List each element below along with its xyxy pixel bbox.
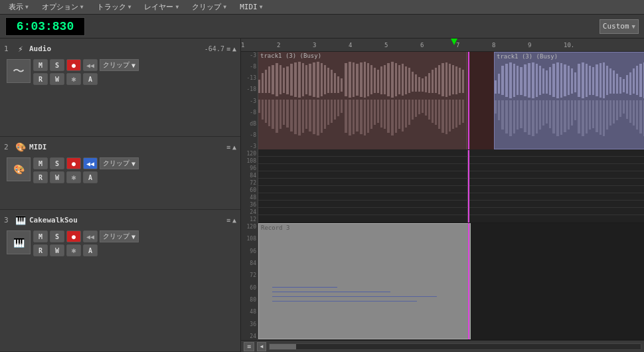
track-3-w-btn[interactable]: W	[50, 244, 64, 256]
svg-rect-146	[596, 64, 598, 96]
menu-layer[interactable]: レイヤー ▼	[138, 0, 185, 14]
piano-icon: 🎹	[13, 237, 25, 248]
track-3-a-btn[interactable]: A	[83, 244, 98, 256]
svg-rect-186	[574, 100, 576, 120]
record-clip[interactable]: Record 3	[258, 223, 471, 339]
svg-rect-15	[313, 62, 315, 97]
svg-rect-195	[606, 100, 608, 130]
track-2-speaker-btn[interactable]: ◀◀	[83, 157, 98, 169]
svg-rect-187	[578, 100, 580, 133]
svg-rect-44	[415, 74, 417, 92]
svg-rect-159	[639, 64, 642, 97]
track-1-solo-btn[interactable]: S	[50, 59, 64, 71]
svg-rect-201	[626, 100, 628, 119]
waveform-icon: 〜	[13, 63, 25, 79]
track-1-body: 〜 M S ● ◀◀ クリップ ▼ R W	[4, 58, 236, 86]
ruler-mark-10: 10.	[564, 42, 574, 48]
track-3-r-btn[interactable]: R	[33, 244, 48, 256]
menu-clip[interactable]: クリップ ▼	[186, 0, 232, 14]
svg-rect-156	[629, 72, 631, 95]
waveform-1	[258, 60, 467, 139]
svg-rect-182	[560, 100, 562, 135]
svg-rect-134	[552, 64, 555, 97]
svg-rect-18	[324, 65, 326, 94]
svg-rect-168	[509, 100, 512, 136]
track-3-clip-dropdown[interactable]: クリップ ▼	[100, 230, 139, 242]
track-2-w-btn[interactable]: W	[50, 171, 64, 183]
svg-rect-76	[321, 100, 323, 133]
svg-rect-72	[305, 100, 307, 129]
track-2-up-icon[interactable]: ▲	[232, 143, 236, 151]
svg-rect-53	[445, 62, 447, 97]
svg-rect-177	[542, 100, 544, 126]
menu-options[interactable]: オプション ▼	[36, 0, 90, 14]
track-1-speaker-btn[interactable]: ◀◀	[83, 59, 98, 71]
track-1-a-btn[interactable]: A	[83, 73, 98, 85]
svg-rect-189	[586, 100, 588, 133]
svg-rect-55	[452, 65, 454, 94]
svg-rect-192	[596, 100, 598, 132]
track-2-solo-btn[interactable]: S	[50, 157, 64, 169]
track-2-name: MIDI	[29, 143, 47, 151]
audio-clip-1[interactable]: track1 (3) (Busy)	[258, 52, 467, 149]
svg-rect-99	[402, 100, 404, 132]
svg-rect-89	[367, 100, 369, 133]
menu-track[interactable]: トラック ▼	[91, 0, 137, 14]
svg-rect-94	[384, 100, 386, 129]
svg-rect-27	[356, 64, 359, 96]
track-1-up-icon[interactable]: ▲	[232, 45, 236, 52]
audio-clip-2[interactable]: track1 (3) (Busy)	[494, 52, 644, 149]
svg-rect-30	[367, 63, 369, 96]
svg-rect-49	[432, 70, 434, 93]
svg-rect-86	[356, 100, 359, 132]
track-3-row1: M S ● ◀◀ クリップ ▼	[33, 230, 234, 242]
svg-rect-91	[374, 100, 376, 125]
track-1-icon: ⚡	[15, 43, 27, 54]
track-3-record-btn[interactable]: ●	[66, 230, 81, 242]
svg-rect-40	[402, 64, 404, 96]
track-2-a-btn[interactable]: A	[83, 171, 98, 183]
svg-rect-157	[633, 68, 635, 94]
svg-rect-84	[349, 100, 351, 135]
track-1-mute-btn[interactable]: M	[33, 59, 48, 71]
midi-icon: 🎨	[13, 164, 25, 175]
track-2-clip-dropdown[interactable]: クリップ ▼	[100, 157, 139, 169]
svg-rect-167	[505, 100, 508, 133]
track-1-right-controls: -64.7 ≡ ▲	[204, 45, 236, 52]
track-1-w-btn[interactable]: W	[50, 73, 64, 85]
piano-line-4	[272, 301, 417, 302]
track-1-name: Audio	[29, 44, 51, 53]
track-1-clip-dropdown[interactable]: クリップ ▼	[100, 59, 139, 71]
track-2-r-btn[interactable]: R	[33, 171, 48, 183]
track-1-r-btn[interactable]: R	[33, 73, 48, 85]
svg-rect-6	[280, 65, 282, 94]
track-2-record-btn[interactable]: ●	[66, 157, 81, 169]
track-1-star-btn[interactable]: ✱	[66, 73, 81, 85]
track-3-up-icon[interactable]: ▲	[232, 217, 236, 224]
menu-clip-arrow: ▼	[223, 4, 226, 10]
custom-dropdown[interactable]: Custom ▼	[600, 19, 639, 34]
svg-rect-154	[623, 79, 625, 92]
scroll-left-btn[interactable]: ◀	[257, 342, 266, 351]
track-3-speaker-btn[interactable]: ◀◀	[83, 230, 98, 242]
svg-rect-197	[613, 100, 615, 124]
menu-midi[interactable]: MIDI ▼	[234, 1, 268, 13]
svg-rect-118	[495, 80, 497, 94]
menu-view[interactable]: 表示 ▼	[3, 0, 35, 14]
scrollbar-track[interactable]	[269, 343, 641, 350]
clip-2-label: track1 (3) (Busy)	[495, 52, 644, 60]
svg-rect-57	[459, 68, 461, 93]
svg-rect-128	[532, 62, 534, 98]
track-1-record-btn[interactable]: ●	[66, 59, 81, 71]
track-2-star-btn[interactable]: ✱	[66, 171, 81, 183]
track-3-mute-btn[interactable]: M	[33, 230, 48, 242]
track-3-solo-btn[interactable]: S	[50, 230, 64, 242]
svg-rect-110	[438, 100, 440, 129]
bottom-icon[interactable]: ≡	[244, 342, 254, 351]
svg-rect-67	[286, 100, 289, 128]
track-2-controls-inner: M S ● ◀◀ クリップ ▼ R W ✱ A	[33, 157, 234, 183]
track-3-star-btn[interactable]: ✱	[66, 244, 81, 256]
track-2-mute-btn[interactable]: M	[33, 157, 48, 169]
svg-rect-4	[272, 65, 274, 94]
svg-rect-46	[422, 78, 424, 92]
